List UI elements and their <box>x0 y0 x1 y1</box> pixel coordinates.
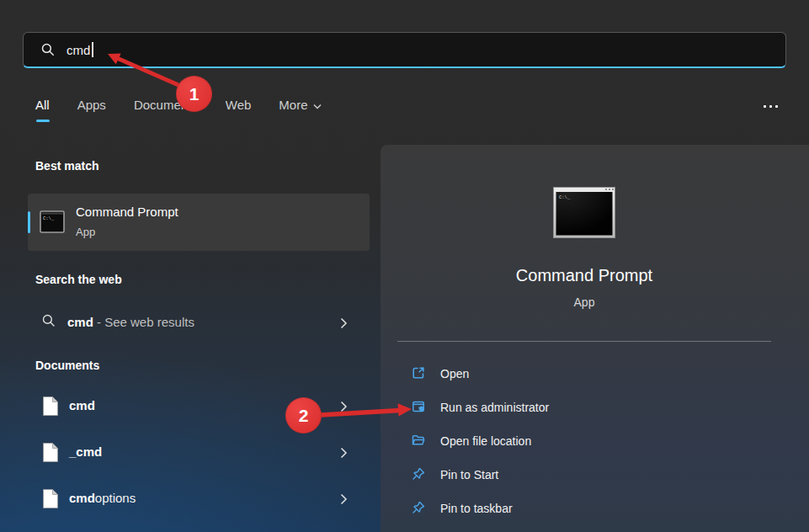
document-icon <box>42 442 59 466</box>
preview-panel: C:\_ Command Prompt App Open <box>381 145 809 532</box>
chevron-right-icon <box>340 317 348 332</box>
pin-icon <box>411 466 426 485</box>
document-result-cmdoptions[interactable]: cmdoptions <box>28 481 370 518</box>
chevron-right-icon <box>340 447 348 462</box>
tab-more[interactable]: More <box>279 98 321 112</box>
command-prompt-window-icon: C:\_ <box>553 187 615 242</box>
chevron-right-icon <box>340 401 348 416</box>
tab-web[interactable]: Web <box>226 98 252 112</box>
annotation-step-2: 2 <box>285 397 322 434</box>
more-options-button[interactable] <box>755 96 785 116</box>
command-prompt-icon: C:\_ <box>40 210 65 237</box>
shield-window-icon <box>411 399 426 418</box>
pin-icon <box>411 500 426 519</box>
document-result-underscore-cmd[interactable]: _cmd <box>28 434 370 471</box>
result-subtitle: App <box>76 226 95 238</box>
tab-all[interactable]: All <box>35 98 50 112</box>
ellipsis-icon <box>764 105 766 108</box>
best-match-heading: Best match <box>35 159 98 173</box>
web-result-cmd[interactable]: cmd - See web results <box>28 305 370 342</box>
text-cursor <box>92 42 93 57</box>
document-icon <box>42 396 59 420</box>
selection-accent-bar <box>28 211 30 233</box>
chevron-down-icon <box>313 98 322 112</box>
web-result-suffix: - See web results <box>93 315 194 329</box>
action-open[interactable]: Open <box>381 356 788 390</box>
panel-divider <box>397 341 771 342</box>
annotation-step-1: 1 <box>176 76 212 112</box>
chevron-right-icon <box>340 493 348 508</box>
thumbnail-prompt-text: C:\_ <box>559 194 571 200</box>
folder-icon <box>411 433 426 451</box>
open-external-icon <box>411 365 426 384</box>
search-query-text: cmd <box>67 43 90 57</box>
document-icon <box>42 488 59 513</box>
preview-app-subtitle: App <box>381 295 788 309</box>
active-tab-underline <box>36 120 50 122</box>
svg-text:C:\_: C:\_ <box>43 215 55 221</box>
preview-app-title: Command Prompt <box>381 266 788 285</box>
action-run-as-administrator[interactable]: Run as administrator <box>381 390 788 423</box>
action-pin-to-taskbar[interactable]: Pin to taskbar <box>381 491 788 524</box>
action-pin-to-start[interactable]: Pin to Start <box>381 457 788 491</box>
search-input[interactable]: cmd <box>23 32 786 68</box>
result-title: Command Prompt <box>76 205 178 219</box>
windows-search-panel: cmd All Apps Documents Web More Best mat… <box>0 0 809 532</box>
web-query-text: cmd <box>67 315 93 329</box>
action-list: Open Run as administrator <box>381 356 788 524</box>
tab-apps[interactable]: Apps <box>77 98 106 112</box>
search-icon <box>40 42 56 57</box>
best-match-result-command-prompt[interactable]: C:\_ Command Prompt App <box>28 194 370 251</box>
search-icon <box>41 313 56 332</box>
documents-heading: Documents <box>35 359 99 372</box>
search-web-heading: Search the web <box>35 273 122 286</box>
action-open-file-location[interactable]: Open file location <box>381 423 788 457</box>
